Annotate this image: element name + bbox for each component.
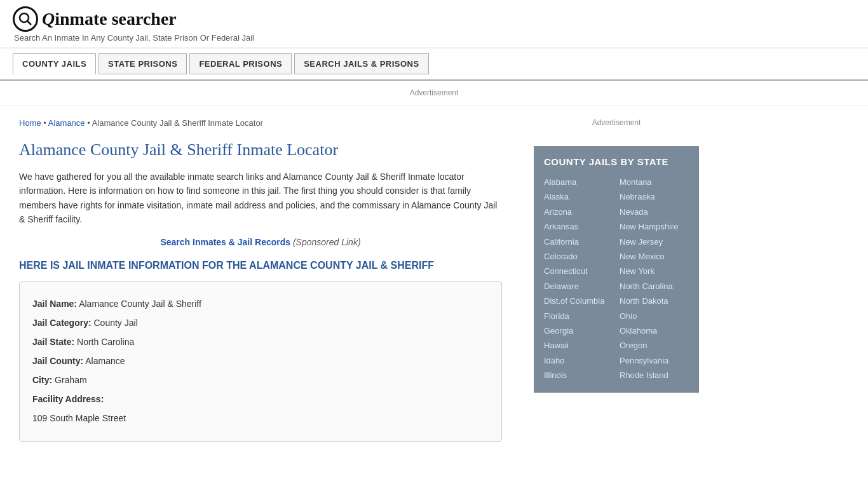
state-item: Connecticut — [544, 264, 613, 278]
nav-state-prisons[interactable]: STATE PRISONS — [98, 53, 187, 74]
city-label: City: — [32, 375, 52, 385]
breadcrumb-current: Alamance County Jail & Sheriff Inmate Lo… — [92, 118, 263, 128]
breadcrumb-alamance[interactable]: Alamance — [48, 118, 85, 128]
state-link[interactable]: Nebraska — [620, 192, 655, 201]
logo-icon — [13, 6, 38, 32]
state-link[interactable]: Ohio — [620, 311, 637, 321]
nav-federal-prisons[interactable]: FEDERAL PRISONS — [189, 53, 292, 74]
svg-line-1 — [27, 21, 31, 25]
state-item: Montana — [620, 175, 689, 189]
jail-category-label: Jail Category: — [32, 318, 92, 328]
state-item: Georgia — [544, 323, 613, 338]
state-link[interactable]: California — [544, 237, 579, 247]
search-link-section: Search Inmates & Jail Records (Sponsored… — [19, 237, 502, 247]
state-item: New Jersey — [620, 234, 689, 249]
jail-info-heading: HERE IS JAIL INMATE INFORMATION FOR THE … — [19, 260, 502, 271]
page-title: Alamance County Jail & Sheriff Inmate Lo… — [19, 140, 502, 159]
state-item: California — [544, 234, 613, 249]
jail-state-label: Jail State: — [32, 337, 74, 347]
state-box: COUNTY JAILS BY STATE AlabamaAlaskaArizo… — [534, 146, 699, 393]
state-link[interactable]: Alaska — [544, 192, 569, 201]
state-link[interactable]: Pennsylvania — [620, 356, 668, 365]
address-value-row: 109 South Maple Street — [32, 409, 489, 427]
state-link[interactable]: Montana — [620, 177, 652, 187]
tagline: Search An Inmate In Any County Jail, Sta… — [14, 33, 855, 43]
jail-state-row: Jail State: North Carolina — [32, 333, 489, 351]
state-item: Rhode Island — [620, 368, 689, 383]
states-left-col: AlabamaAlaskaArizonaArkansasCaliforniaCo… — [544, 175, 613, 383]
state-link[interactable]: Alabama — [544, 177, 576, 187]
state-link[interactable]: Florida — [544, 311, 569, 321]
search-inmates-link[interactable]: Search Inmates & Jail Records — [160, 237, 290, 247]
state-link[interactable]: New York — [620, 266, 654, 276]
state-link[interactable]: New Hampshire — [620, 222, 678, 231]
state-box-title: COUNTY JAILS BY STATE — [544, 156, 689, 167]
content-area: Home • Alamance • Alamance County Jail &… — [0, 105, 868, 454]
state-item: Nebraska — [620, 189, 689, 204]
state-item: New Hampshire — [620, 219, 689, 234]
state-link[interactable]: Connecticut — [544, 266, 588, 276]
state-link[interactable]: Nevada — [620, 207, 648, 217]
jail-name-label: Jail Name: — [32, 299, 77, 309]
nav-search-jails[interactable]: SEARCH JAILS & PRISONS — [294, 53, 428, 74]
state-link[interactable]: Rhode Island — [620, 370, 668, 380]
breadcrumb: Home • Alamance • Alamance County Jail &… — [19, 118, 502, 128]
state-link[interactable]: Arizona — [544, 207, 572, 217]
state-item: Colorado — [544, 249, 613, 264]
state-item: North Carolina — [620, 279, 689, 294]
jail-county-row: Jail County: Alamance — [32, 352, 489, 370]
state-link[interactable]: Colorado — [544, 252, 578, 261]
address-value: 109 South Maple Street — [32, 413, 126, 423]
states-right-col: MontanaNebraskaNevadaNew HampshireNew Je… — [620, 175, 689, 383]
state-item: New York — [620, 264, 689, 278]
state-link[interactable]: Idaho — [544, 356, 565, 365]
header: Qinmate searcher Search An Inmate In Any… — [0, 0, 868, 48]
description-text: We have gathered for you all the availab… — [19, 170, 502, 227]
jail-category-row: Jail Category: County Jail — [32, 314, 489, 332]
breadcrumb-home[interactable]: Home — [19, 118, 41, 128]
state-item: Ohio — [620, 309, 689, 323]
state-item: Pennsylvania — [620, 353, 689, 368]
state-link[interactable]: Oregon — [620, 341, 647, 350]
svg-point-0 — [20, 13, 29, 22]
state-link[interactable]: New Mexico — [620, 252, 665, 261]
city-val: Graham — [55, 375, 87, 385]
ad-bar-top: Advertisement — [0, 81, 868, 105]
city-row: City: Graham — [32, 371, 489, 389]
state-item: Arkansas — [544, 219, 613, 234]
sidebar: Advertisement COUNTY JAILS BY STATE Alab… — [521, 105, 712, 454]
state-link[interactable]: Oklahoma — [620, 326, 657, 336]
state-item: Nevada — [620, 205, 689, 219]
state-link[interactable]: Dist.of Columbia — [544, 296, 604, 306]
state-link[interactable]: North Dakota — [620, 296, 668, 306]
state-item: Alabama — [544, 175, 613, 189]
logo-area: Qinmate searcher — [13, 6, 855, 32]
state-item: Hawaii — [544, 338, 613, 353]
jail-category-val: County Jail — [93, 318, 137, 328]
state-link[interactable]: Hawaii — [544, 341, 569, 350]
state-link[interactable]: Arkansas — [544, 222, 578, 231]
state-item: Idaho — [544, 353, 613, 368]
nav-county-jails[interactable]: COUNTY JAILS — [13, 53, 96, 74]
state-item: Alaska — [544, 189, 613, 204]
state-item: Illinois — [544, 368, 613, 383]
state-item: Oklahoma — [620, 323, 689, 338]
state-item: Oregon — [620, 338, 689, 353]
jail-state-val: North Carolina — [77, 337, 134, 347]
state-link[interactable]: North Carolina — [620, 281, 673, 291]
address-label: Facility Address: — [32, 394, 104, 404]
state-link[interactable]: Georgia — [544, 326, 573, 336]
sidebar-ad: Advertisement — [534, 112, 699, 133]
jail-name-val: Alamance County Jail & Sheriff — [79, 299, 201, 309]
sponsored-text: (Sponsored Link) — [293, 237, 361, 247]
jail-county-label: Jail County: — [32, 356, 83, 366]
state-link[interactable]: Illinois — [544, 370, 567, 380]
state-link[interactable]: New Jersey — [620, 237, 663, 247]
state-item: Arizona — [544, 205, 613, 219]
state-item: Dist.of Columbia — [544, 294, 613, 308]
state-grid: AlabamaAlaskaArizonaArkansasCaliforniaCo… — [544, 175, 689, 383]
state-link[interactable]: Delaware — [544, 281, 579, 291]
address-row: Facility Address: — [32, 390, 489, 408]
main-content: Home • Alamance • Alamance County Jail &… — [0, 105, 521, 454]
state-item: North Dakota — [620, 294, 689, 308]
